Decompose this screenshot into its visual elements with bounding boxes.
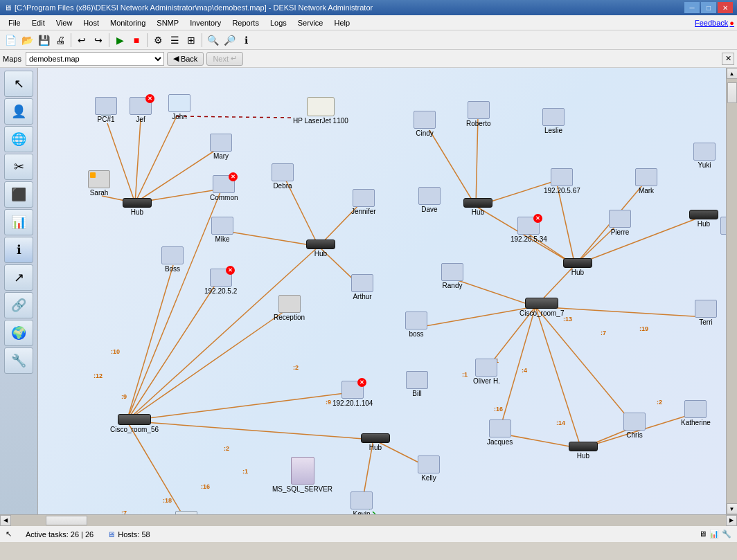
sidebar-person-icon[interactable]: 👤	[4, 98, 33, 125]
node-boss[interactable]: Boss	[161, 246, 184, 273]
sidebar-arrow-icon[interactable]: ↗	[4, 264, 33, 291]
node-bill[interactable]: Bill	[406, 371, 428, 397]
horizontal-scrollbar[interactable]: ◀ ▶	[0, 514, 737, 525]
maximize-button[interactable]: □	[701, 2, 716, 13]
node-kelly[interactable]: Kelly	[418, 455, 440, 482]
menu-inventory[interactable]: Inventory	[184, 17, 227, 28]
next-button[interactable]: Next↵	[206, 52, 243, 66]
node-oliverh[interactable]: Oliver H.	[473, 359, 500, 385]
minimize-button[interactable]: ─	[684, 2, 700, 13]
node-ip-5-2[interactable]: ✕ 192.20.5.2	[204, 269, 237, 295]
node-hub5[interactable]: Hub	[563, 258, 592, 276]
toolbar-undo[interactable]: ↩	[74, 33, 89, 48]
toolbar-grid[interactable]: ⊞	[184, 33, 199, 48]
sidebar-info-icon[interactable]: ℹ	[4, 237, 33, 263]
sidebar-chart-icon[interactable]: 📊	[4, 209, 33, 235]
scroll-track[interactable]	[727, 79, 738, 503]
toolbar-redo[interactable]: ↪	[91, 33, 106, 48]
node-server2[interactable]: SERVER_2	[168, 511, 204, 514]
menu-snmp[interactable]: SNMP	[151, 17, 184, 28]
node-chris[interactable]: Chris	[623, 413, 646, 439]
node-katherine[interactable]: Katherine	[681, 400, 711, 426]
node-ip-5-34[interactable]: ✕ 192.20.5.34	[510, 217, 547, 243]
sidebar-scissors-icon[interactable]: ✂	[4, 154, 33, 180]
node-kevin[interactable]: Kevin	[350, 491, 373, 514]
close-button[interactable]: ✕	[718, 2, 733, 13]
menu-reports[interactable]: Reports	[227, 17, 265, 28]
maps-close-button[interactable]: ✕	[722, 53, 734, 65]
node-randy[interactable]: Randy	[441, 263, 463, 289]
node-hub4[interactable]: Hub	[306, 240, 335, 258]
node-mark[interactable]: Mark	[635, 168, 657, 195]
node-hub6[interactable]: Hub	[361, 433, 390, 451]
sidebar-link-icon[interactable]: 🔗	[4, 292, 33, 318]
node-common[interactable]: ✕ Common	[210, 175, 238, 201]
node-hub2[interactable]: Hub	[463, 198, 492, 216]
menu-file[interactable]: File	[3, 17, 26, 28]
network-map-canvas[interactable]: :10 :12 :9 :11 :2 :1 :16 :18 :7 :8 :9 :2…	[38, 68, 726, 514]
menu-edit[interactable]: Edit	[26, 17, 51, 28]
feedback-link[interactable]: Feedback●	[695, 19, 734, 27]
node-hub3[interactable]: Hub	[689, 210, 718, 228]
toolbar-stop[interactable]: ■	[129, 33, 144, 48]
scroll-down-arrow[interactable]: ▼	[727, 503, 738, 514]
node-yuki[interactable]: Yuki	[693, 143, 716, 169]
menu-help[interactable]: Help	[328, 17, 355, 28]
toolbar-list[interactable]: ☰	[167, 33, 182, 48]
back-button[interactable]: ◀Back	[167, 52, 204, 66]
node-pierre[interactable]: Pierre	[609, 210, 631, 236]
vertical-scrollbar[interactable]: ▲ ▼	[726, 68, 737, 514]
node-cindy[interactable]: Cindy	[414, 111, 436, 137]
node-cisco7[interactable]: Cisco_room_7	[520, 298, 564, 317]
scroll-up-arrow[interactable]: ▲	[727, 68, 738, 79]
node-jeff[interactable]: ✕ Jef	[130, 97, 152, 123]
scroll-thumb[interactable]	[727, 82, 737, 103]
toolbar-zoom-in[interactable]: 🔎	[222, 33, 237, 48]
menu-service[interactable]: Service	[292, 17, 329, 28]
node-mike[interactable]: Mike	[211, 217, 233, 243]
toolbar-zoom-out[interactable]: 🔍	[205, 33, 220, 48]
menu-host[interactable]: Host	[78, 17, 105, 28]
sidebar-layer-icon[interactable]: ⬛	[4, 181, 33, 208]
node-ip1-104[interactable]: ✕ 192.20.1.104	[332, 381, 373, 407]
node-reception[interactable]: Reception	[274, 295, 305, 321]
node-mary[interactable]: Mary	[210, 134, 232, 160]
maps-dropdown[interactable]: demobest.map	[26, 52, 164, 66]
node-bru[interactable]: Bru	[720, 217, 726, 243]
toolbar-settings[interactable]: ⚙	[150, 33, 166, 48]
sidebar-network-icon[interactable]: 🌐	[4, 126, 33, 152]
node-boss2[interactable]: boss	[405, 311, 427, 338]
node-sarah[interactable]: Sarah	[88, 170, 110, 197]
node-arthur[interactable]: Arthur	[351, 274, 373, 300]
menu-logs[interactable]: Logs	[265, 17, 292, 28]
scroll-left-arrow[interactable]: ◀	[0, 515, 11, 526]
node-roberto[interactable]: Roberto	[466, 101, 491, 127]
node-leslie[interactable]: Leslie	[542, 108, 565, 134]
hscroll-track[interactable]	[11, 515, 726, 526]
toolbar-open[interactable]: 📂	[19, 33, 35, 48]
menu-monitoring[interactable]: Monitoring	[105, 17, 151, 28]
node-jacques[interactable]: Jacques	[487, 419, 513, 446]
hscroll-thumb[interactable]	[46, 516, 87, 525]
node-pc1[interactable]: PC#1	[95, 97, 117, 123]
node-jennifer[interactable]: Jennifer	[351, 189, 376, 215]
node-debra[interactable]: Debra	[272, 163, 294, 190]
menu-view[interactable]: View	[51, 17, 78, 28]
node-mssql[interactable]: MS_SQL_SERVER	[272, 457, 332, 493]
node-dave[interactable]: Dave	[418, 187, 441, 213]
toolbar-save[interactable]: 💾	[36, 33, 51, 48]
node-ip-5-67[interactable]: 192.20.5.67	[544, 168, 580, 195]
toolbar-print[interactable]: 🖨	[53, 33, 68, 48]
node-cisco56[interactable]: Cisco_room_56	[110, 414, 159, 433]
scroll-right-arrow[interactable]: ▶	[726, 515, 737, 526]
sidebar-globe-icon[interactable]: 🌍	[4, 320, 33, 346]
toolbar-play[interactable]: ▶	[112, 33, 127, 48]
node-john[interactable]: John	[168, 94, 190, 120]
sidebar-wrench-icon[interactable]: 🔧	[4, 347, 33, 374]
node-printer[interactable]: HP LaserJet 1100	[293, 97, 348, 125]
node-hub1[interactable]: Hub	[123, 198, 152, 216]
node-terri[interactable]: Terri	[695, 300, 717, 326]
toolbar-new[interactable]: 📄	[3, 33, 18, 48]
sidebar-cursor-tool[interactable]: ↖	[4, 71, 33, 97]
toolbar-info[interactable]: ℹ	[238, 33, 254, 48]
